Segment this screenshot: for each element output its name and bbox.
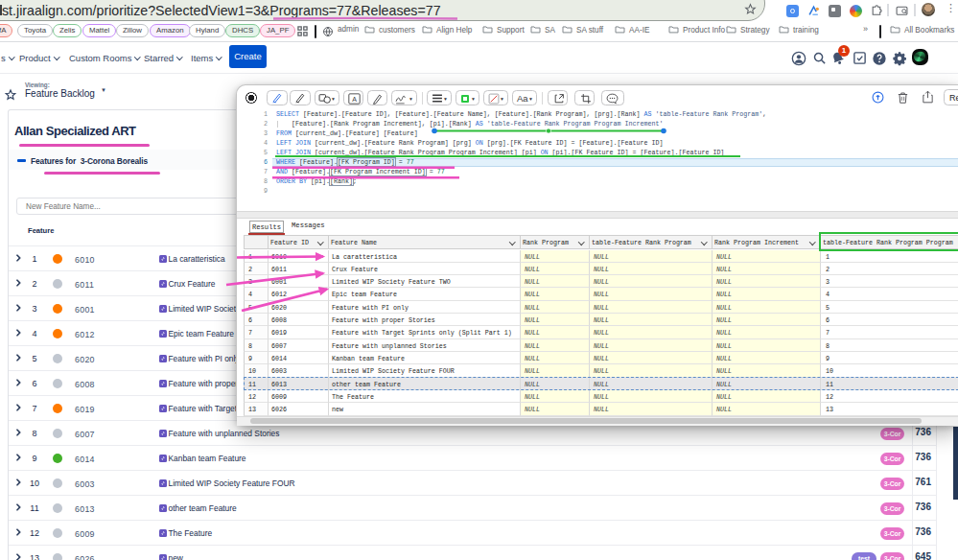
svg-text:A: A — [352, 95, 357, 102]
